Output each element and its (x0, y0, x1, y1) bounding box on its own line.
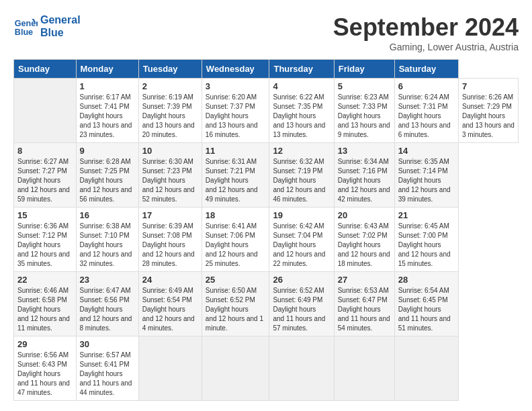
day-info: Sunrise: 6:46 AMSunset: 6:58 PMDaylight … (17, 287, 70, 332)
calendar-day-cell: 24 Sunrise: 6:49 AMSunset: 6:54 PMDaylig… (138, 272, 202, 336)
calendar-day-cell (138, 336, 202, 401)
location-subtitle: Gaming, Lower Austria, Austria (333, 42, 519, 52)
day-header-saturday: Saturday (394, 60, 458, 79)
day-number: 18 (206, 210, 266, 220)
calendar-day-cell: 21 Sunrise: 6:45 AMSunset: 7:00 PMDaylig… (394, 208, 458, 272)
day-number: 5 (338, 81, 391, 91)
day-info: Sunrise: 6:42 AMSunset: 7:04 PMDaylight … (273, 222, 325, 267)
day-number: 28 (398, 275, 455, 285)
calendar-week-row: 15 Sunrise: 6:36 AMSunset: 7:12 PMDaylig… (14, 208, 519, 272)
calendar-day-cell: 10 Sunrise: 6:30 AMSunset: 7:23 PMDaylig… (138, 143, 202, 208)
day-number: 6 (398, 81, 455, 91)
calendar-day-cell (334, 336, 394, 401)
day-number: 8 (17, 146, 73, 156)
calendar-day-cell: 27 Sunrise: 6:53 AMSunset: 6:47 PMDaylig… (334, 272, 394, 336)
day-info: Sunrise: 6:32 AMSunset: 7:19 PMDaylight … (273, 158, 325, 203)
calendar-day-cell (202, 336, 269, 401)
day-header-tuesday: Tuesday (138, 60, 202, 79)
day-number: 16 (80, 210, 135, 220)
calendar-day-cell: 17 Sunrise: 6:39 AMSunset: 7:08 PMDaylig… (138, 208, 202, 272)
day-number: 15 (17, 210, 73, 220)
logo-general: General (40, 13, 81, 26)
day-info: Sunrise: 6:50 AMSunset: 6:52 PMDaylight … (206, 287, 263, 332)
calendar-day-cell: 12 Sunrise: 6:32 AMSunset: 7:19 PMDaylig… (269, 143, 334, 208)
calendar-day-cell: 7 Sunrise: 6:26 AMSunset: 7:29 PMDayligh… (458, 79, 518, 143)
calendar-day-cell: 2 Sunrise: 6:19 AMSunset: 7:39 PMDayligh… (138, 79, 202, 143)
month-title: September 2024 (333, 13, 519, 42)
day-info: Sunrise: 6:47 AMSunset: 6:56 PMDaylight … (80, 287, 132, 332)
day-number: 22 (17, 275, 73, 285)
calendar-day-cell: 9 Sunrise: 6:28 AMSunset: 7:25 PMDayligh… (76, 143, 138, 208)
calendar-table: SundayMondayTuesdayWednesdayThursdayFrid… (13, 59, 519, 401)
day-info: Sunrise: 6:52 AMSunset: 6:49 PMDaylight … (273, 287, 325, 332)
day-number: 13 (338, 146, 391, 156)
calendar-week-row: 1 Sunrise: 6:17 AMSunset: 7:41 PMDayligh… (14, 79, 519, 143)
day-info: Sunrise: 6:57 AMSunset: 6:41 PMDaylight … (80, 351, 132, 396)
day-info: Sunrise: 6:56 AMSunset: 6:43 PMDaylight … (17, 351, 70, 396)
calendar-day-cell: 18 Sunrise: 6:41 AMSunset: 7:06 PMDaylig… (202, 208, 269, 272)
calendar-day-cell: 4 Sunrise: 6:22 AMSunset: 7:35 PMDayligh… (269, 79, 334, 143)
calendar-day-cell: 26 Sunrise: 6:52 AMSunset: 6:49 PMDaylig… (269, 272, 334, 336)
day-info: Sunrise: 6:34 AMSunset: 7:16 PMDaylight … (338, 158, 390, 203)
day-number: 14 (398, 146, 455, 156)
day-number: 9 (80, 146, 135, 156)
logo-icon: General Blue (13, 14, 38, 38)
calendar-day-cell (269, 336, 334, 401)
svg-text:Blue: Blue (15, 28, 33, 37)
calendar-day-cell: 30 Sunrise: 6:57 AMSunset: 6:41 PMDaylig… (76, 336, 138, 401)
day-info: Sunrise: 6:39 AMSunset: 7:08 PMDaylight … (142, 222, 195, 267)
day-info: Sunrise: 6:20 AMSunset: 7:37 PMDaylight … (206, 93, 258, 138)
calendar-day-cell: 8 Sunrise: 6:27 AMSunset: 7:27 PMDayligh… (14, 143, 77, 208)
day-number: 23 (80, 275, 135, 285)
day-info: Sunrise: 6:53 AMSunset: 6:47 PMDaylight … (338, 287, 390, 332)
calendar-week-row: 8 Sunrise: 6:27 AMSunset: 7:27 PMDayligh… (14, 143, 519, 208)
day-number: 4 (273, 81, 330, 91)
day-number: 24 (142, 275, 198, 285)
calendar-day-cell: 5 Sunrise: 6:23 AMSunset: 7:33 PMDayligh… (334, 79, 394, 143)
title-block: September 2024 Gaming, Lower Austria, Au… (333, 13, 519, 52)
day-info: Sunrise: 6:24 AMSunset: 7:31 PMDaylight … (398, 93, 451, 138)
day-number: 27 (338, 275, 391, 285)
day-info: Sunrise: 6:27 AMSunset: 7:27 PMDaylight … (17, 158, 70, 203)
day-header-sunday: Sunday (14, 60, 77, 79)
day-number: 19 (273, 210, 330, 220)
day-info: Sunrise: 6:49 AMSunset: 6:54 PMDaylight … (142, 287, 195, 332)
day-header-friday: Friday (334, 60, 394, 79)
day-number: 26 (273, 275, 330, 285)
page-header: General Blue General Blue September 2024… (13, 13, 519, 52)
day-info: Sunrise: 6:22 AMSunset: 7:35 PMDaylight … (273, 93, 325, 138)
day-header-thursday: Thursday (269, 60, 334, 79)
day-number: 10 (142, 146, 198, 156)
calendar-day-cell: 29 Sunrise: 6:56 AMSunset: 6:43 PMDaylig… (14, 336, 77, 401)
calendar-day-cell: 23 Sunrise: 6:47 AMSunset: 6:56 PMDaylig… (76, 272, 138, 336)
calendar-day-cell: 28 Sunrise: 6:54 AMSunset: 6:45 PMDaylig… (394, 272, 458, 336)
calendar-day-cell: 25 Sunrise: 6:50 AMSunset: 6:52 PMDaylig… (202, 272, 269, 336)
day-info: Sunrise: 6:45 AMSunset: 7:00 PMDaylight … (398, 222, 451, 267)
day-info: Sunrise: 6:26 AMSunset: 7:29 PMDaylight … (462, 93, 515, 138)
calendar-day-cell: 20 Sunrise: 6:43 AMSunset: 7:02 PMDaylig… (334, 208, 394, 272)
day-info: Sunrise: 6:31 AMSunset: 7:21 PMDaylight … (206, 158, 258, 203)
day-number: 3 (206, 81, 266, 91)
day-info: Sunrise: 6:28 AMSunset: 7:25 PMDaylight … (80, 158, 132, 203)
day-info: Sunrise: 6:41 AMSunset: 7:06 PMDaylight … (206, 222, 258, 267)
calendar-day-cell (394, 336, 458, 401)
day-info: Sunrise: 6:19 AMSunset: 7:39 PMDaylight … (142, 93, 195, 138)
day-info: Sunrise: 6:23 AMSunset: 7:33 PMDaylight … (338, 93, 390, 138)
calendar-header-row: SundayMondayTuesdayWednesdayThursdayFrid… (14, 60, 519, 79)
day-number: 11 (206, 146, 266, 156)
calendar-week-row: 22 Sunrise: 6:46 AMSunset: 6:58 PMDaylig… (14, 272, 519, 336)
day-info: Sunrise: 6:36 AMSunset: 7:12 PMDaylight … (17, 222, 70, 267)
day-number: 2 (142, 81, 198, 91)
day-number: 20 (338, 210, 391, 220)
day-number: 7 (462, 81, 515, 91)
calendar-day-cell: 13 Sunrise: 6:34 AMSunset: 7:16 PMDaylig… (334, 143, 394, 208)
calendar-day-cell: 16 Sunrise: 6:38 AMSunset: 7:10 PMDaylig… (76, 208, 138, 272)
day-number: 21 (398, 210, 455, 220)
calendar-day-cell: 15 Sunrise: 6:36 AMSunset: 7:12 PMDaylig… (14, 208, 77, 272)
day-number: 30 (80, 339, 135, 349)
day-info: Sunrise: 6:17 AMSunset: 7:41 PMDaylight … (80, 93, 132, 138)
day-info: Sunrise: 6:54 AMSunset: 6:45 PMDaylight … (398, 287, 451, 332)
calendar-day-cell: 19 Sunrise: 6:42 AMSunset: 7:04 PMDaylig… (269, 208, 334, 272)
calendar-week-row: 29 Sunrise: 6:56 AMSunset: 6:43 PMDaylig… (14, 336, 519, 401)
logo-blue: Blue (40, 26, 81, 39)
